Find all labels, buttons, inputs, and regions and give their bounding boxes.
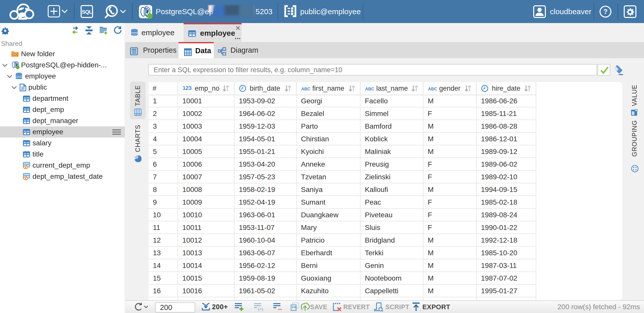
svg-text:SQL: SQL bbox=[82, 9, 92, 15]
svg-text:?: ? bbox=[603, 8, 608, 15]
svg-text:(+): (+) bbox=[258, 307, 263, 311]
